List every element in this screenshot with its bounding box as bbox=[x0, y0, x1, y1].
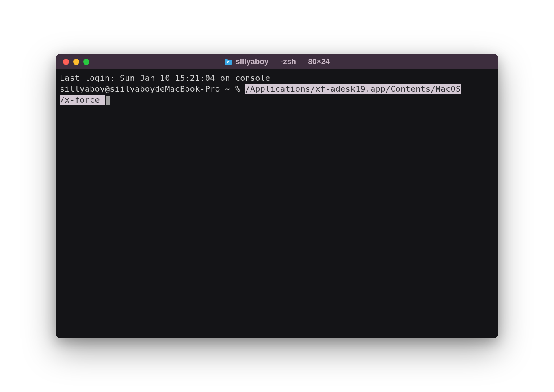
folder-home-icon bbox=[224, 58, 232, 65]
terminal-window: sillyaboy — -zsh — 80×24 Last login: Sun… bbox=[56, 54, 498, 338]
zoom-button[interactable] bbox=[83, 59, 89, 65]
window-title-text: sillyaboy — -zsh — 80×24 bbox=[236, 57, 330, 66]
prompt-line: sillyaboy@siilyaboydeMacBook-Pro ~ % /Ap… bbox=[60, 84, 494, 95]
minimize-button[interactable] bbox=[73, 59, 79, 65]
window-title: sillyaboy — -zsh — 80×24 bbox=[224, 57, 330, 66]
traffic-lights bbox=[63, 59, 89, 65]
terminal-output[interactable]: Last login: Sun Jan 10 15:21:04 on conso… bbox=[56, 69, 498, 338]
command-text-part2: /x-force bbox=[60, 95, 105, 105]
window-titlebar[interactable]: sillyaboy — -zsh — 80×24 bbox=[56, 54, 498, 69]
command-text-part1: /Applications/xf-adesk19.app/Contents/Ma… bbox=[245, 84, 461, 94]
prompt-line-wrap: /x-force bbox=[60, 95, 494, 106]
last-login-line: Last login: Sun Jan 10 15:21:04 on conso… bbox=[60, 73, 494, 84]
close-button[interactable] bbox=[63, 59, 69, 65]
cursor bbox=[106, 96, 110, 105]
shell-prompt: sillyaboy@siilyaboydeMacBook-Pro ~ % bbox=[60, 84, 245, 94]
